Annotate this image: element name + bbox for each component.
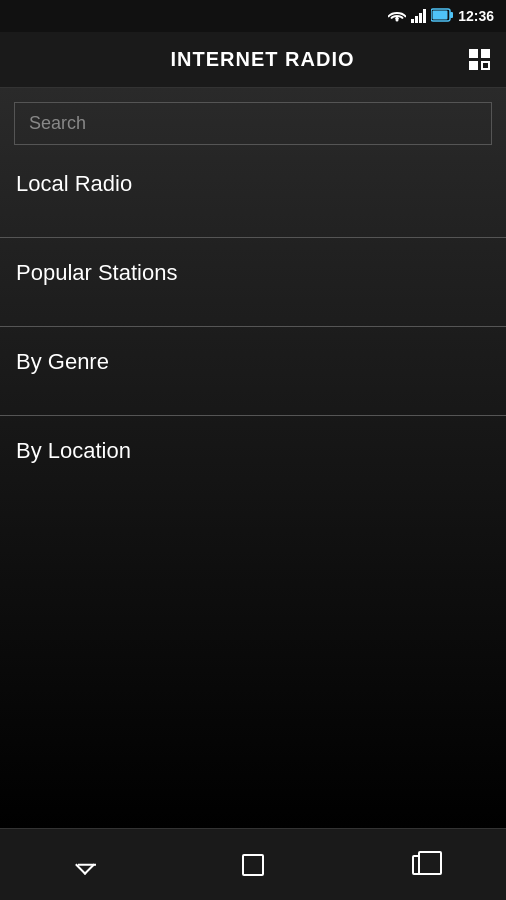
wifi-icon — [388, 8, 406, 25]
recent-apps-button[interactable] — [397, 840, 447, 890]
menu-item-by-genre[interactable]: By Genre — [0, 327, 506, 416]
status-icons: 12:36 — [388, 8, 494, 25]
main-content: Local Radio Popular Stations By Genre By… — [0, 88, 506, 828]
app-bar: INTERNET RADIO — [0, 32, 506, 88]
svg-point-0 — [396, 18, 399, 21]
menu-list: Local Radio Popular Stations By Genre By… — [0, 149, 506, 504]
by-genre-label: By Genre — [16, 349, 109, 374]
search-container — [0, 88, 506, 145]
menu-item-local-radio[interactable]: Local Radio — [0, 149, 506, 238]
menu-item-popular-stations[interactable]: Popular Stations — [0, 238, 506, 327]
app-title: INTERNET RADIO — [56, 48, 469, 71]
back-button[interactable] — [59, 840, 109, 890]
local-radio-label: Local Radio — [16, 171, 132, 196]
popular-stations-label: Popular Stations — [16, 260, 177, 285]
svg-rect-3 — [450, 12, 453, 18]
by-location-label: By Location — [16, 438, 131, 463]
menu-item-by-location[interactable]: By Location — [0, 416, 506, 504]
recent-apps-icon — [412, 855, 432, 875]
status-bar: 12:36 — [0, 0, 506, 32]
battery-icon — [431, 8, 453, 25]
clock: 12:36 — [458, 8, 494, 24]
svg-rect-2 — [433, 10, 448, 19]
back-arrow-icon — [70, 855, 98, 875]
home-icon — [242, 854, 264, 876]
bottom-nav — [0, 828, 506, 900]
signal-icon — [411, 9, 426, 23]
grid-view-icon[interactable] — [469, 49, 490, 70]
search-input[interactable] — [14, 102, 492, 145]
home-button[interactable] — [228, 840, 278, 890]
